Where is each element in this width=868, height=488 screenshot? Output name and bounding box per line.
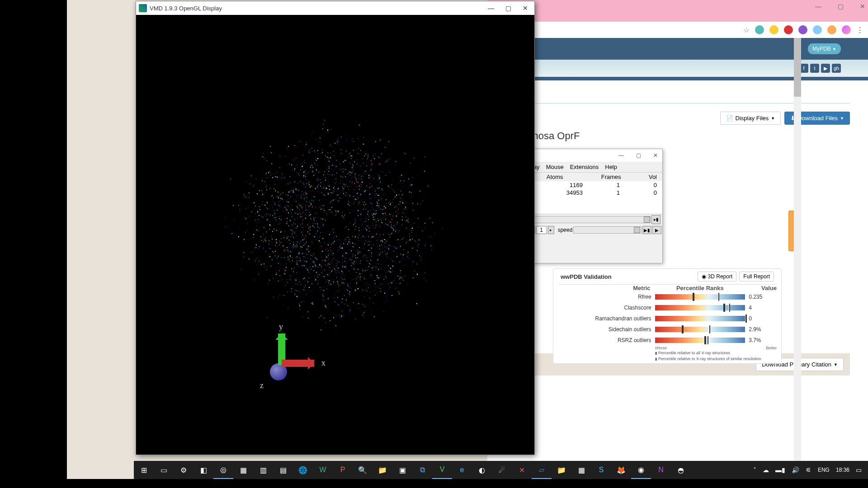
extension-icon[interactable]: [769, 25, 778, 34]
extension-icon[interactable]: [813, 25, 822, 34]
svg-point-544: [354, 199, 356, 200]
cloud-icon[interactable]: ☁: [763, 466, 769, 474]
bookmark-star-icon[interactable]: ☆: [743, 26, 750, 34]
taskbar-app[interactable]: ◎: [213, 461, 233, 479]
taskbar-app[interactable]: ◐: [472, 461, 492, 479]
step-input[interactable]: [536, 226, 547, 234]
menu-extensions[interactable]: Extensions: [570, 164, 599, 170]
svg-point-1556: [288, 146, 288, 147]
battery-icon[interactable]: ▬▮: [775, 466, 785, 474]
vmd-main-maximize[interactable]: ▢: [635, 152, 642, 159]
kebab-menu-icon[interactable]: ⋮: [856, 26, 863, 34]
vscode-icon[interactable]: ⧉: [412, 461, 432, 479]
notifications-icon[interactable]: ▭: [856, 466, 862, 474]
browser-maximize[interactable]: ▢: [838, 3, 844, 10]
svg-point-380: [302, 253, 302, 254]
firefox-icon[interactable]: 🦊: [611, 461, 631, 479]
steam-icon[interactable]: ◓: [671, 461, 691, 479]
vmd-gl-minimize[interactable]: ―: [487, 5, 495, 12]
taskbar-app[interactable]: 🔍: [353, 461, 373, 479]
svg-point-1543: [369, 187, 370, 188]
network-icon[interactable]: ⚟: [806, 466, 811, 474]
menu-help[interactable]: Help: [605, 164, 617, 170]
display-files-button[interactable]: 📄 Display Files ▼: [720, 112, 781, 125]
table-row[interactable]: 3495310: [517, 189, 662, 197]
frame-slider[interactable]: [518, 216, 651, 223]
menu-mouse[interactable]: Mouse: [546, 164, 564, 170]
vmd-taskbar-icon[interactable]: V: [432, 461, 452, 479]
taskbar-app[interactable]: ▦: [233, 461, 253, 479]
youtube-icon[interactable]: ▶: [821, 64, 830, 73]
svg-point-1982: [277, 246, 278, 247]
svg-line-1736: [375, 267, 376, 269]
browser-close[interactable]: ✕: [860, 3, 865, 10]
svg-point-326: [274, 255, 275, 256]
svg-point-1917: [333, 232, 334, 233]
onenote-icon[interactable]: N: [651, 461, 671, 479]
taskbar-app[interactable]: 📁: [552, 461, 571, 479]
taskbar-app[interactable]: ▣: [392, 461, 412, 479]
svg-point-925: [346, 289, 347, 290]
3d-report-button[interactable]: ◉ 3D Report: [698, 272, 736, 282]
step-up-button[interactable]: ▸: [548, 226, 554, 234]
svg-point-1999: [267, 267, 268, 267]
svg-point-1139: [368, 177, 369, 178]
svg-point-223: [369, 198, 370, 199]
vmd-gl-maximize[interactable]: ▢: [505, 5, 512, 12]
taskbar-app[interactable]: ▦: [571, 461, 591, 479]
svg-point-618: [279, 192, 279, 192]
settings-icon[interactable]: ⚙: [174, 461, 193, 479]
powerpoint-icon[interactable]: P: [333, 461, 353, 479]
svg-point-961: [340, 314, 340, 315]
edge-icon[interactable]: e: [452, 461, 472, 479]
skype-icon[interactable]: S: [591, 461, 611, 479]
extension-icon[interactable]: [755, 25, 764, 34]
chrome-icon[interactable]: ◉: [631, 461, 651, 479]
speed-slider[interactable]: [573, 226, 642, 234]
github-icon[interactable]: gh: [832, 64, 841, 73]
task-view-icon[interactable]: ▭: [154, 461, 174, 479]
svg-point-2014: [266, 202, 267, 202]
language-indicator[interactable]: ENG: [818, 467, 830, 473]
full-report-button[interactable]: Full Report: [739, 272, 774, 282]
svg-point-329: [303, 289, 304, 290]
svg-point-1344: [351, 278, 351, 278]
play-fwd-button[interactable]: ▶▮: [642, 226, 651, 234]
play-button[interactable]: ▶: [652, 226, 661, 234]
tray-chevron-icon[interactable]: ˄: [753, 466, 756, 474]
taskbar-app[interactable]: 🌐: [293, 461, 313, 479]
svg-point-1118: [387, 225, 388, 225]
svg-point-2280: [300, 302, 301, 303]
adblock-icon[interactable]: [784, 25, 793, 34]
mypdb-button[interactable]: MyPDB ▼: [808, 43, 841, 54]
svg-point-1443: [265, 251, 266, 252]
frame-end-button[interactable]: ▸▮: [651, 215, 660, 224]
svg-line-1714: [266, 206, 268, 209]
taskbar-app[interactable]: ▥: [253, 461, 273, 479]
taskbar-app[interactable]: ▤: [273, 461, 293, 479]
taskbar-app[interactable]: ☄: [492, 461, 512, 479]
twitter-icon[interactable]: t: [810, 64, 819, 73]
clock[interactable]: 18:36: [836, 467, 849, 473]
taskbar-app[interactable]: ◧: [193, 461, 213, 479]
powershell-icon[interactable]: ▱: [532, 461, 552, 479]
start-button[interactable]: ⊞: [134, 461, 154, 479]
svg-line-1862: [293, 242, 294, 244]
vmd-gl-close[interactable]: ✕: [522, 5, 529, 12]
volume-icon[interactable]: 🔊: [792, 466, 799, 474]
opengl-viewport[interactable]: y x z: [136, 15, 534, 455]
table-row[interactable]: 116910: [517, 181, 662, 189]
browser-minimize[interactable]: ―: [815, 3, 821, 10]
file-explorer-icon[interactable]: 📁: [373, 461, 392, 479]
svg-point-1628: [354, 183, 354, 184]
extension-icon[interactable]: [827, 25, 836, 34]
taskbar-app[interactable]: ✕: [512, 461, 532, 479]
extension-icon[interactable]: [798, 25, 807, 34]
browser-scrollbar[interactable]: [794, 38, 801, 463]
svg-point-1911: [288, 198, 289, 198]
vmd-main-close[interactable]: ✕: [652, 152, 659, 159]
profile-avatar-icon[interactable]: [842, 25, 851, 34]
svg-line-2265: [276, 220, 278, 222]
word-icon[interactable]: W: [313, 461, 333, 479]
vmd-main-minimize[interactable]: ―: [618, 152, 624, 159]
